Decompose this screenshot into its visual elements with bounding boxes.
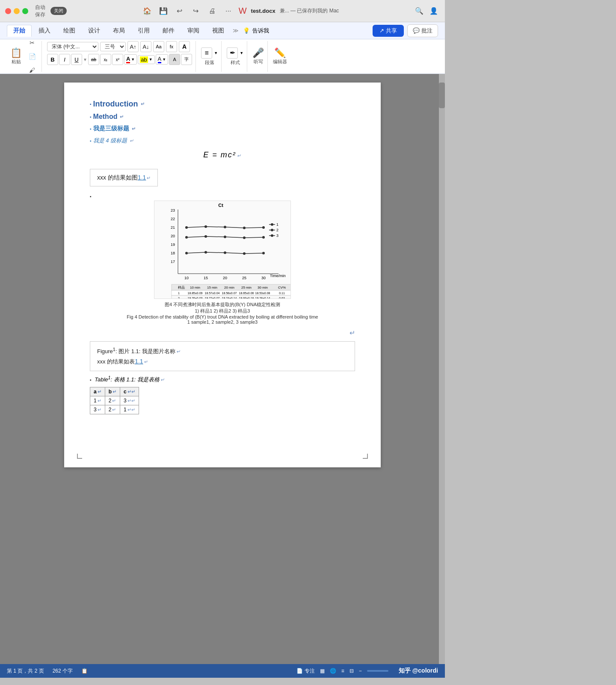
tab-insert[interactable]: 插入 <box>33 25 56 36</box>
bold-button[interactable]: B <box>47 54 58 65</box>
y-label-20: 20 <box>171 234 175 238</box>
scrollbar-thumb[interactable] <box>439 83 445 108</box>
autosave-status[interactable]: 关闭 <box>50 7 67 15</box>
traffic-lights <box>5 8 28 14</box>
strikethrough-button[interactable]: ab <box>88 54 99 65</box>
view-lines-icon[interactable]: ≡ <box>341 668 344 674</box>
focus-label[interactable]: 📄 专注 <box>296 667 314 675</box>
ribbon: 开始 插入 绘图 设计 布局 引用 邮件 审阅 视图 ≫ 💡 告诉我 ↗ 共享 … <box>0 22 445 74</box>
table-header-b: b↵ <box>105 387 120 396</box>
table-row1-col1: 18.85±0.09 <box>188 292 203 295</box>
figure-bullet <box>90 194 92 199</box>
share-button[interactable]: ↗ 共享 <box>373 25 404 37</box>
style-pen-icon[interactable]: ✒ <box>227 47 238 59</box>
fullscreen-button[interactable] <box>22 8 28 14</box>
legend2-dot <box>271 229 273 231</box>
tab-review[interactable]: 审阅 <box>181 25 205 36</box>
phonetic-guide-button[interactable]: 字 <box>181 54 192 65</box>
return-mark6: ↵ <box>147 175 151 180</box>
table-row2-col6: 0.63 <box>279 297 285 299</box>
copy-icon[interactable]: 📄 <box>26 50 38 62</box>
font-clear-button[interactable]: A <box>179 41 190 52</box>
font-color-dropdown[interactable]: ▼ <box>131 57 135 62</box>
figure-note-cn2: 1) 样品1 2) 样品2 3) 样品3 <box>127 308 318 314</box>
underline-button[interactable]: U <box>71 54 82 65</box>
subscript-button[interactable]: x₂ <box>100 54 111 65</box>
legend3-text: 3 <box>276 233 278 238</box>
save-icon[interactable]: 💾 <box>157 5 169 17</box>
tell-me-label[interactable]: 告诉我 <box>252 27 269 35</box>
mic-icon[interactable]: 🎤 <box>252 48 264 58</box>
tab-draw[interactable]: 绘图 <box>57 25 81 36</box>
view-normal-icon[interactable]: ▦ <box>320 668 325 674</box>
align-dropdown[interactable]: ▼ <box>214 51 218 55</box>
font-name-select[interactable]: 宋体 (中文... <box>47 42 98 51</box>
series2-point5 <box>262 236 265 239</box>
font-group: 宋体 (中文... 三号 A↑ A↓ Aa fx A B I U ▼ ab x₂… <box>44 41 196 72</box>
heading3-text: 我是三级标题 <box>93 125 129 133</box>
series3-point2 <box>204 251 207 254</box>
superscript-button[interactable]: x² <box>112 54 123 65</box>
comment-button[interactable]: 💬 批注 <box>407 24 438 37</box>
chart-title: Ct <box>218 203 223 208</box>
home-icon[interactable]: 🏠 <box>141 5 153 17</box>
zoom-track <box>367 670 388 672</box>
focus-text: 专注 <box>305 668 315 674</box>
minimize-button[interactable] <box>14 8 20 14</box>
tab-references[interactable]: 引用 <box>132 25 156 36</box>
view-grid-icon[interactable]: ⊟ <box>349 668 354 674</box>
scrollbar[interactable] <box>439 74 445 664</box>
close-button[interactable] <box>5 8 11 14</box>
cell-1-2: 2↵ <box>105 396 120 405</box>
tab-layout[interactable]: 布局 <box>107 25 131 36</box>
tab-mail[interactable]: 邮件 <box>157 25 181 36</box>
highlight-dropdown[interactable]: ▼ <box>149 57 153 62</box>
style-dropdown[interactable]: ▼ <box>240 51 243 55</box>
table-row1-col2: 18.57±0.04 <box>205 292 220 295</box>
editor-icon[interactable]: ✏️ <box>274 48 286 58</box>
more-icon[interactable]: ··· <box>222 5 234 17</box>
align-icon[interactable]: ≡ <box>201 47 212 59</box>
account-icon[interactable]: 👤 <box>428 5 440 17</box>
page-info: 第 1 页，共 2 页 <box>7 667 44 675</box>
italic-button[interactable]: I <box>59 54 70 65</box>
tab-design[interactable]: 设计 <box>82 25 106 36</box>
font-size-select[interactable]: 三号 <box>100 42 126 51</box>
cell-1-3: 3↵↵ <box>120 396 139 405</box>
char-shading-button[interactable]: A <box>169 54 180 65</box>
heading3: 我是三级标题↵ <box>90 125 355 133</box>
editor-group: ✏️ 编辑器 <box>270 41 290 72</box>
font-case-button[interactable]: Aa <box>153 41 164 52</box>
tab-view[interactable]: 视图 <box>206 25 230 36</box>
title-right: 🔍 👤 <box>413 5 440 17</box>
undo-icon[interactable]: ↩ <box>174 5 186 17</box>
font-fx-button[interactable]: fx <box>166 41 177 52</box>
cut-icon[interactable]: ✂ <box>26 37 38 49</box>
font-color-button[interactable]: A ▼ <box>124 54 137 65</box>
dictate-label: 听写 <box>254 59 263 65</box>
paste-button[interactable]: 📋 粘贴 <box>7 47 25 67</box>
figure-ref-text: xxx 的结果如图1.1↵ <box>97 174 151 181</box>
redo-icon[interactable]: ↪ <box>190 5 202 17</box>
cell-1-1: 1↵ <box>90 396 105 405</box>
highlight-color-button[interactable]: ab ▼ <box>138 55 154 64</box>
floating-return: ↵ <box>90 329 355 337</box>
shading-dropdown[interactable]: ▼ <box>162 57 166 62</box>
underline-dropdown[interactable]: ▼ <box>83 57 87 62</box>
figure-note-cn1: 图4 不同煮沸时间后鱼基本提取的(B(Y) DNA稳定性检测 <box>127 301 318 308</box>
status-bar: 第 1 页，共 2 页 262 个字 📋 📄 专注 ▦ 🌐 ≡ ⊟ − 知乎 @… <box>0 664 445 678</box>
view-web-icon[interactable]: 🌐 <box>330 668 336 674</box>
shading-button[interactable]: A ▼ <box>156 54 169 65</box>
table-row2-col3: 19.74±0.14 <box>222 297 237 299</box>
tab-home[interactable]: 开始 <box>7 25 32 37</box>
figure-ref-number: 1.1 <box>138 174 146 181</box>
font-grow-button[interactable]: A↑ <box>127 41 139 52</box>
series2-point2 <box>204 235 207 238</box>
legend1-dot <box>271 223 273 226</box>
search-icon[interactable]: 🔍 <box>413 5 425 17</box>
return-mark8: ↵ <box>144 359 148 364</box>
print-icon[interactable]: 🖨 <box>206 5 218 17</box>
font-shrink-button[interactable]: A↓ <box>140 41 151 52</box>
zoom-out-icon[interactable]: − <box>359 668 362 674</box>
heading2-text: Method <box>93 113 118 121</box>
